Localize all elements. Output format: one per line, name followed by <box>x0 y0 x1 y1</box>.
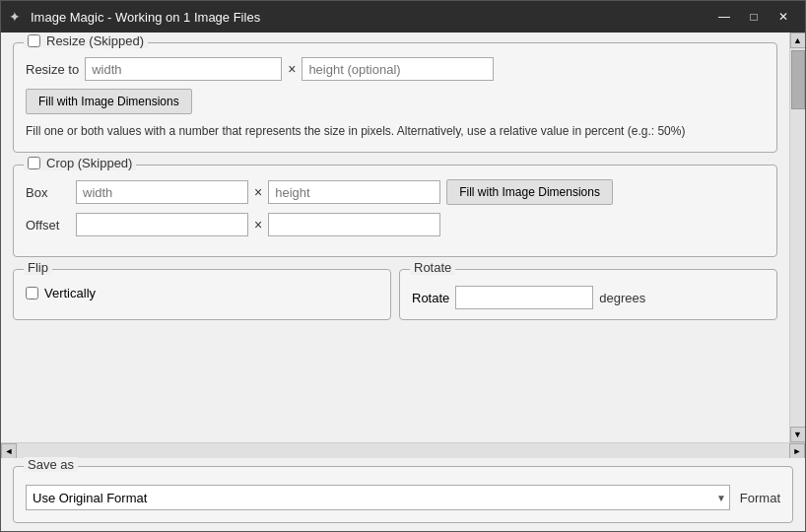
save-section: Save as Use Original Format JPEG PNG GIF… <box>13 466 793 523</box>
rotate-input-row: Rotate 0 degrees <box>412 286 765 309</box>
maximize-button[interactable]: □ <box>740 6 768 28</box>
resize-section: Resize (Skipped) Resize to × Fill with I… <box>13 42 777 153</box>
scroll-left-arrow[interactable]: ◄ <box>1 443 17 459</box>
resize-times-char: × <box>288 61 296 77</box>
title-bar: ✦ Image Magic - Working on 1 Image Files… <box>1 1 805 33</box>
app-icon: ✦ <box>9 9 25 25</box>
horizontal-scrollbar[interactable]: ◄ ► <box>1 442 805 458</box>
resize-checkbox[interactable] <box>28 34 40 47</box>
rotate-label: Rotate <box>412 291 449 305</box>
crop-offset-label: Offset <box>26 218 70 233</box>
resize-fill-row: Fill with Image Dimensions <box>26 89 765 114</box>
main-scroll-area[interactable]: Resize (Skipped) Resize to × Fill with I… <box>1 33 789 442</box>
crop-fill-button[interactable]: Fill with Image Dimensions <box>446 179 613 205</box>
format-label: Format <box>740 491 780 505</box>
format-select-wrapper: Use Original Format JPEG PNG GIF BMP TIF… <box>26 485 730 510</box>
crop-offset-y-input[interactable]: 0 <box>268 213 440 236</box>
crop-times-char: × <box>254 184 262 200</box>
resize-height-input[interactable] <box>302 57 494 81</box>
flip-vertically-row: Vertically <box>26 286 378 300</box>
crop-checkbox[interactable] <box>28 157 40 169</box>
app-window: ✦ Image Magic - Working on 1 Image Files… <box>0 0 806 532</box>
resize-legend: Resize (Skipped) <box>24 33 148 48</box>
rotate-legend: Rotate <box>410 260 455 275</box>
flip-legend: Flip <box>24 260 52 275</box>
flip-section: Flip Vertically <box>13 269 391 320</box>
degrees-label: degrees <box>599 291 645 305</box>
scroll-up-arrow[interactable]: ▲ <box>790 33 806 48</box>
flip-vertically-checkbox[interactable] <box>26 287 38 299</box>
scroll-thumb[interactable] <box>791 50 805 109</box>
resize-to-label: Resize to <box>26 62 79 77</box>
window-controls: — □ ✕ <box>710 6 797 28</box>
crop-legend: Crop (Skipped) <box>24 156 136 170</box>
rotate-input[interactable]: 0 <box>455 286 593 309</box>
format-select[interactable]: Use Original Format JPEG PNG GIF BMP TIF… <box>26 485 730 510</box>
h-scroll-track <box>17 444 789 458</box>
resize-inputs-row: Resize to × <box>26 57 765 81</box>
crop-width-input[interactable] <box>76 180 248 204</box>
scroll-right-arrow[interactable]: ► <box>789 443 805 459</box>
flip-rotate-row: Flip Vertically Rotate Rotate 0 degrees <box>13 269 777 320</box>
save-row: Use Original Format JPEG PNG GIF BMP TIF… <box>26 485 780 510</box>
resize-fill-button[interactable]: Fill with Image Dimensions <box>26 89 192 114</box>
save-legend: Save as <box>24 457 78 472</box>
resize-help-text: Fill one or both values with a number th… <box>26 122 765 140</box>
window-title: Image Magic - Working on 1 Image Files <box>31 10 710 25</box>
minimize-button[interactable]: — <box>710 6 738 28</box>
crop-section: Crop (Skipped) Box × Fill with Image Dim… <box>13 165 777 257</box>
resize-width-input[interactable] <box>85 57 282 81</box>
crop-legend-label: Crop (Skipped) <box>46 156 132 170</box>
bottom-area: Save as Use Original Format JPEG PNG GIF… <box>1 458 805 531</box>
crop-offset-times-char: × <box>254 217 262 233</box>
crop-height-input[interactable] <box>268 180 440 204</box>
crop-box-row: Box × Fill with Image Dimensions <box>26 179 765 205</box>
content-area: Resize (Skipped) Resize to × Fill with I… <box>1 33 805 442</box>
scroll-down-arrow[interactable]: ▼ <box>790 427 806 442</box>
crop-box-label: Box <box>26 185 70 200</box>
crop-offset-x-input[interactable]: 0 <box>76 213 248 236</box>
flip-vertically-label: Vertically <box>44 286 96 300</box>
close-button[interactable]: ✕ <box>770 6 797 28</box>
resize-legend-label: Resize (Skipped) <box>46 33 144 48</box>
crop-offset-row: Offset 0 × 0 <box>26 213 765 236</box>
rotate-section: Rotate Rotate 0 degrees <box>399 269 777 320</box>
vertical-scrollbar[interactable]: ▲ ▼ <box>789 33 805 442</box>
